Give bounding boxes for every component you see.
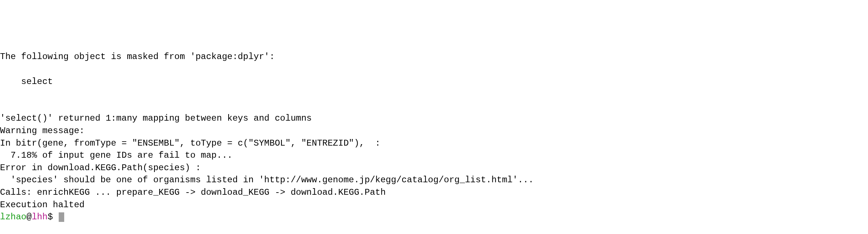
prompt-at: @ <box>26 212 32 222</box>
cursor-icon <box>59 212 64 222</box>
output-line: In bitr(gene, fromType = "ENSEMBL", toTy… <box>0 137 868 150</box>
output-line: Warning message: <box>0 125 868 137</box>
prompt-user: lzhao <box>0 212 26 222</box>
output-line: select <box>0 76 868 88</box>
output-line <box>0 100 868 113</box>
terminal-output[interactable]: The following object is masked from 'pac… <box>0 51 868 223</box>
prompt-line[interactable]: lzhao@lhh$ <box>0 211 868 223</box>
output-line <box>0 88 868 100</box>
output-line: Calls: enrichKEGG ... prepare_KEGG -> do… <box>0 186 868 199</box>
output-line: 7.18% of input gene IDs are fail to map.… <box>0 149 868 162</box>
prompt-dollar: $ <box>48 212 53 222</box>
output-line: Execution halted <box>0 199 868 211</box>
output-line: 'species' should be one of organisms lis… <box>0 174 868 186</box>
prompt-host: lhh <box>32 212 47 222</box>
output-line: The following object is masked from 'pac… <box>0 51 868 63</box>
output-line: 'select()' returned 1:many mapping betwe… <box>0 112 868 125</box>
output-line <box>0 63 868 76</box>
output-line: Error in download.KEGG.Path(species) : <box>0 162 868 174</box>
